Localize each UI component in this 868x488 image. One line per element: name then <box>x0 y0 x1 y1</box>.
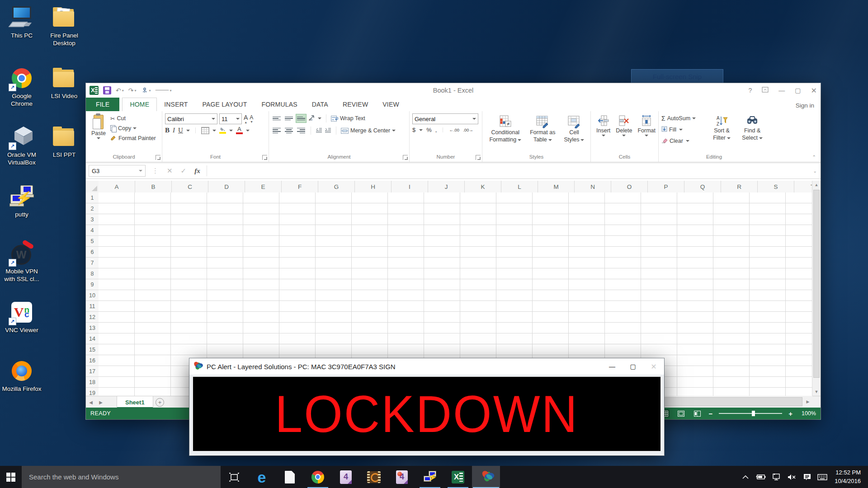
expand-formula-bar-button[interactable]: ⌄ <box>810 169 821 174</box>
cut-button[interactable]: ✂Cut <box>110 113 156 123</box>
ribbon-display-options-button[interactable] <box>762 87 769 94</box>
save-button[interactable] <box>103 86 111 94</box>
touch-keyboard-icon[interactable] <box>816 466 829 488</box>
vertical-scroll-thumb[interactable] <box>813 190 820 378</box>
column-header-S[interactable]: S <box>758 181 794 192</box>
network-icon[interactable] <box>769 466 783 488</box>
row-header-3[interactable]: 3 <box>86 214 99 225</box>
tab-file[interactable]: FILE <box>86 98 119 111</box>
fill-button[interactable]: Fill <box>661 125 707 135</box>
sheet-nav-right[interactable]: ▶ <box>96 396 106 408</box>
row-header-12[interactable]: 12 <box>86 312 99 323</box>
format-cells-button[interactable]: Format <box>635 113 658 138</box>
decrease-indent-button[interactable] <box>316 127 322 134</box>
comma-style-button[interactable]: , <box>435 127 437 133</box>
row-header-17[interactable]: 17 <box>86 366 99 377</box>
row-header-18[interactable]: 18 <box>86 377 99 388</box>
column-header-M[interactable]: M <box>538 181 575 192</box>
row-header-10[interactable]: 10 <box>86 290 99 301</box>
touch-mode-button[interactable]: ▾ <box>141 87 151 94</box>
italic-button[interactable]: I <box>173 127 175 134</box>
percent-style-button[interactable]: % <box>426 127 432 133</box>
format-painter-button[interactable]: Format Painter <box>110 133 156 143</box>
copy-button[interactable]: Copy <box>110 123 156 133</box>
column-header-F[interactable]: F <box>282 181 318 192</box>
row-header-1[interactable]: 1 <box>86 192 99 203</box>
column-header-R[interactable]: R <box>721 181 758 192</box>
taskbar-putty[interactable]: ⚡ <box>416 466 444 488</box>
desktop-icon-lsi-video[interactable]: LSI Video <box>43 66 85 100</box>
font-name-combo[interactable]: Calibri <box>165 113 217 124</box>
align-right-button[interactable] <box>296 127 306 135</box>
delete-cells-button[interactable]: Delete <box>613 113 635 138</box>
column-header-T[interactable]: T <box>794 181 812 192</box>
horizontal-scroll-thumb[interactable] <box>659 397 802 406</box>
column-header-Q[interactable]: Q <box>684 181 721 192</box>
cancel-entry-button[interactable]: ✕ <box>167 167 173 175</box>
scroll-down-arrow[interactable]: ▼ <box>812 388 821 396</box>
font-color-button[interactable]: A <box>236 127 243 134</box>
row-header-2[interactable]: 2 <box>86 203 99 214</box>
insert-function-button[interactable]: fx <box>194 167 200 175</box>
sheet-nav-left[interactable]: ◀ <box>86 396 96 408</box>
column-header-O[interactable]: O <box>611 181 648 192</box>
column-header-C[interactable]: C <box>172 181 208 192</box>
zoom-level[interactable]: 100% <box>799 410 816 417</box>
accounting-format-button[interactable]: $ <box>412 127 415 133</box>
volume-muted-icon[interactable] <box>785 466 798 488</box>
customize-qat-button[interactable]: ⸻▾ <box>156 88 172 93</box>
zoom-in-button[interactable]: + <box>788 410 793 418</box>
insert-cells-button[interactable]: Insert <box>594 113 613 138</box>
scroll-up-arrow[interactable]: ▲ <box>812 181 821 189</box>
formula-input[interactable] <box>207 165 810 176</box>
excel-titlebar[interactable]: ↶▾ ↷▾ ▾ ⸻▾ Book1 - Excel ? — ▢ ✕ <box>86 83 821 98</box>
scroll-right-arrow[interactable]: ▶ <box>803 396 812 408</box>
confirm-entry-button[interactable]: ✓ <box>181 167 187 175</box>
number-dialog-launcher[interactable] <box>476 155 481 160</box>
taskbar-edge[interactable]: e <box>248 466 276 488</box>
increase-indent-button[interactable] <box>325 127 331 134</box>
zoom-slider-thumb[interactable] <box>752 411 755 416</box>
taskbar-pc-alert[interactable] <box>472 466 500 488</box>
vertical-scrollbar[interactable]: ▲ ▼ <box>812 181 821 396</box>
hidden-icons-chevron[interactable] <box>739 466 752 488</box>
font-size-combo[interactable]: 11 <box>219 113 242 124</box>
column-header-H[interactable]: H <box>355 181 392 192</box>
desktop-icon-putty[interactable]: ⚡ putty <box>1 184 42 219</box>
column-header-K[interactable]: K <box>465 181 501 192</box>
wrap-text-button[interactable]: Wrap Text <box>331 113 365 123</box>
select-all-corner[interactable] <box>86 181 99 193</box>
row-header-11[interactable]: 11 <box>86 301 99 312</box>
alert-minimize-button[interactable]: — <box>602 358 623 375</box>
new-sheet-button[interactable]: + <box>153 396 167 408</box>
redo-button[interactable]: ↷▾ <box>128 87 137 94</box>
orientation-button[interactable]: ab <box>308 115 316 122</box>
page-layout-view-button[interactable] <box>676 409 686 418</box>
column-header-N[interactable]: N <box>575 181 611 192</box>
help-button[interactable]: ? <box>749 87 752 94</box>
row-header-7[interactable]: 7 <box>86 258 99 268</box>
conditional-formatting-button[interactable]: ≠ Conditional Formatting <box>486 113 524 145</box>
bottom-align-button[interactable] <box>296 114 306 122</box>
row-header-19[interactable]: 19 <box>86 388 99 396</box>
autosum-button[interactable]: Σ AutoSum <box>661 113 707 123</box>
column-header-E[interactable]: E <box>245 181 282 192</box>
row-header-8[interactable]: 8 <box>86 268 99 279</box>
sheet-tab-sheet1[interactable]: Sheet1 <box>117 396 153 408</box>
find-select-button[interactable]: Find & Select <box>737 113 768 143</box>
zoom-slider[interactable] <box>719 413 782 414</box>
maximize-button[interactable]: ▢ <box>795 87 801 94</box>
start-button[interactable] <box>0 466 22 488</box>
borders-button[interactable] <box>201 127 209 134</box>
taskbar-purple-app-2[interactable]: 4 <box>388 466 416 488</box>
tab-insert[interactable]: INSERT <box>157 98 195 111</box>
grow-font-button[interactable]: A▲ <box>244 114 248 124</box>
column-header-A[interactable]: A <box>99 181 135 192</box>
zoom-out-button[interactable]: − <box>708 410 712 418</box>
clear-button[interactable]: Clear <box>661 136 707 146</box>
column-header-D[interactable]: D <box>208 181 245 192</box>
desktop-icon-this-pc[interactable]: This PC <box>1 5 42 40</box>
row-header-9[interactable]: 9 <box>86 279 99 290</box>
alert-maximize-button[interactable]: ▢ <box>623 358 643 375</box>
row-header-5[interactable]: 5 <box>86 236 99 247</box>
